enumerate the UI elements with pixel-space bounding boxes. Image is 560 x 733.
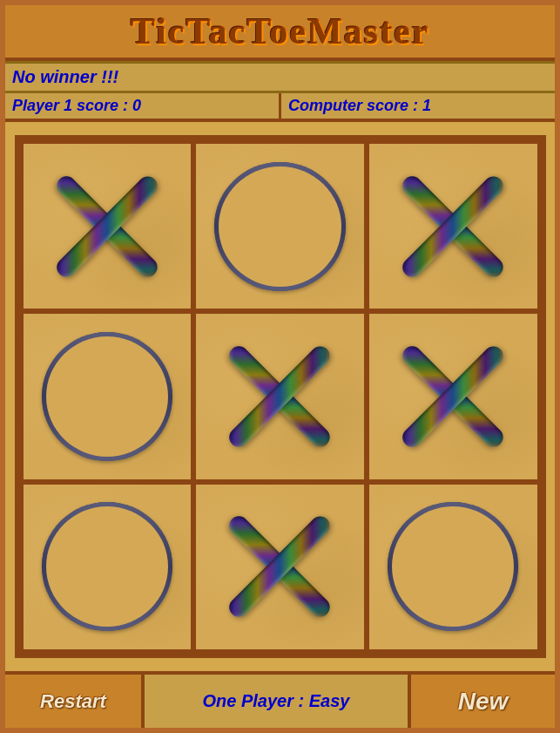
cell-0[interactable] (24, 144, 192, 309)
app-title: TicTacToeMaster (131, 11, 429, 51)
x-mark-5 (386, 330, 520, 462)
x-mark-2 (386, 160, 520, 292)
o-mark-1 (214, 162, 345, 291)
app-container: TicTacToeMaster No winner !!! Player 1 s… (0, 0, 560, 733)
x-mark-0 (40, 160, 174, 292)
status-bar: No winner !!! (5, 61, 555, 93)
computer-score-text: Computer score : 1 (288, 97, 431, 114)
title-bar: TicTacToeMaster (5, 5, 555, 61)
cell-5[interactable] (369, 314, 537, 478)
score-computer: Computer score : 1 (281, 93, 555, 119)
board-area (5, 122, 555, 671)
o-mark-8 (388, 502, 518, 631)
status-text: No winner !!! (12, 67, 118, 86)
x-mark-4 (213, 330, 347, 462)
x-mark-7 (213, 501, 347, 633)
footer-bar: Restart One Player : Easy New (5, 671, 555, 728)
o-mark-6 (42, 502, 172, 631)
restart-button[interactable]: Restart (5, 675, 145, 728)
cell-7[interactable] (196, 485, 364, 649)
player1-score-text: Player 1 score : 0 (12, 97, 141, 114)
cell-8[interactable] (369, 485, 537, 649)
scores-bar: Player 1 score : 0 Computer score : 1 (5, 93, 555, 122)
cell-6[interactable] (24, 485, 192, 649)
game-board (15, 135, 546, 658)
mode-button[interactable]: One Player : Easy (145, 675, 411, 728)
o-mark-3 (42, 332, 172, 461)
cell-4[interactable] (196, 314, 364, 478)
cell-1[interactable] (196, 144, 364, 309)
score-player1: Player 1 score : 0 (5, 93, 281, 119)
new-button[interactable]: New (411, 675, 555, 728)
cell-3[interactable] (24, 314, 192, 478)
cell-2[interactable] (369, 144, 537, 309)
